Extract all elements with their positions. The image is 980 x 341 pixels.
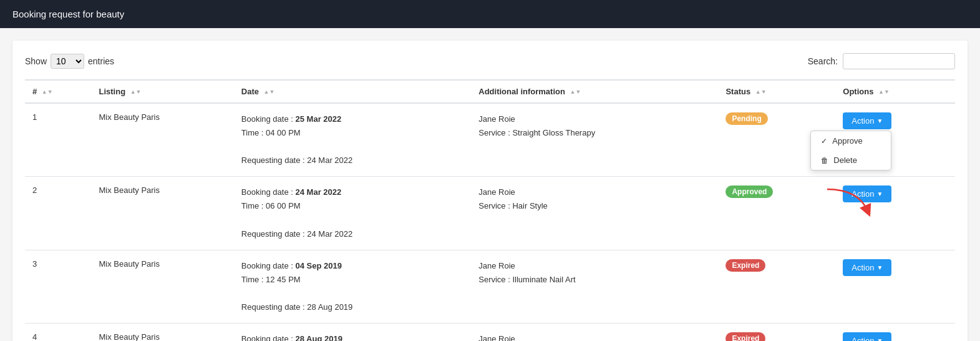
action-button[interactable]: Action ▼ (843, 259, 891, 276)
bookings-table: # ▲▼ Listing ▲▼ Date ▲▼ Additional infor… (25, 79, 955, 341)
status-badge: Expired (725, 259, 765, 272)
show-entries: Show 10 25 50 100 entries (25, 54, 114, 69)
caret-icon: ▼ (876, 337, 883, 341)
table-row: 1Mix Beauty Paris Booking date : 25 Mar … (25, 103, 955, 177)
status-badge: Pending (725, 112, 767, 125)
approve-menu-item[interactable]: ✓ Approve (811, 131, 891, 151)
cell-date: Booking date : 24 Mar 2022 Time : 06 00 … (234, 177, 471, 250)
cell-id: 1 (25, 103, 91, 177)
entries-label: entries (88, 56, 114, 66)
delete-icon: 🗑 (821, 156, 828, 165)
col-options: Options ▲▼ (835, 80, 955, 103)
page-content: Show 10 25 50 100 entries Search: # ▲▼ L… (12, 41, 968, 341)
cell-date: Booking date : 04 Sep 2019 Time : 12 45 … (234, 250, 471, 323)
caret-icon: ▼ (876, 190, 883, 197)
caret-icon: ▼ (876, 264, 883, 271)
sort-icon-options[interactable]: ▲▼ (878, 89, 890, 96)
caret-icon: ▼ (876, 117, 883, 124)
status-badge: Approved (725, 185, 773, 198)
cell-additional-info: Jane RoieService : Hair Style (471, 177, 718, 250)
table-body: 1Mix Beauty Paris Booking date : 25 Mar … (25, 103, 955, 341)
cell-status: Expired (718, 324, 835, 341)
action-button[interactable]: Action ▼ (843, 185, 891, 202)
cell-additional-info: Jane RoieService : Straight Gloss Therap… (471, 103, 718, 177)
action-button[interactable]: Action ▼ (843, 332, 891, 341)
dropdown-menu: ✓ Approve🗑 Delete (810, 131, 891, 170)
sort-icon-date[interactable]: ▲▼ (264, 89, 275, 96)
table-row: 2Mix Beauty Paris Booking date : 24 Mar … (25, 177, 955, 250)
delete-menu-item[interactable]: 🗑 Delete (811, 151, 891, 170)
show-label: Show (25, 56, 47, 66)
table-controls: Show 10 25 50 100 entries Search: (25, 53, 955, 69)
cell-date: Booking date : 25 Mar 2022 Time : 04 00 … (234, 103, 471, 177)
col-listing: Listing ▲▼ (91, 80, 233, 103)
search-input[interactable] (843, 53, 955, 69)
cell-options: Action ▼ (835, 324, 955, 341)
dropdown-container: Action ▼✓ Approve🗑 Delete (843, 112, 891, 129)
cell-id: 2 (25, 177, 91, 250)
cell-options: Action ▼✓ Approve🗑 Delete (835, 103, 955, 177)
cell-listing: Mix Beauty Paris (91, 250, 233, 323)
dropdown-container: Action ▼ (843, 185, 891, 202)
col-additional: Additional information ▲▼ (471, 80, 718, 103)
col-date: Date ▲▼ (234, 80, 471, 103)
dropdown-container: Action ▼ (843, 332, 891, 341)
cell-options: Action ▼ (835, 177, 955, 250)
search-box: Search: (808, 53, 955, 69)
cell-status: Expired (718, 250, 835, 323)
cell-listing: Mix Beauty Paris (91, 324, 233, 341)
dropdown-container: Action ▼ (843, 259, 891, 276)
approve-icon: ✓ (821, 137, 827, 146)
top-bar: Booking request for beauty (0, 0, 980, 28)
cell-id: 3 (25, 250, 91, 323)
sort-icon-status[interactable]: ▲▼ (755, 89, 767, 96)
table-row: 3Mix Beauty Paris Booking date : 04 Sep … (25, 250, 955, 323)
cell-listing: Mix Beauty Paris (91, 103, 233, 177)
cell-options: Action ▼ (835, 250, 955, 323)
table-row: 4Mix Beauty Paris Booking date : 28 Aug … (25, 324, 955, 341)
cell-additional-info: Jane RoieService : Illuminate Nail Art (471, 250, 718, 323)
entries-select[interactable]: 10 25 50 100 (51, 54, 84, 69)
cell-additional-info: Jane RoieService : Lip CareNote : i need… (471, 324, 718, 341)
col-id: # ▲▼ (25, 80, 91, 103)
cell-date: Booking date : 28 Aug 2019 Time : 02 00 … (234, 324, 471, 341)
page-title: Booking request for beauty (12, 9, 124, 19)
action-button[interactable]: Action ▼ (843, 112, 891, 129)
cell-id: 4 (25, 324, 91, 341)
cell-status: Approved (718, 177, 835, 250)
table-header-row: # ▲▼ Listing ▲▼ Date ▲▼ Additional infor… (25, 80, 955, 103)
col-status: Status ▲▼ (718, 80, 835, 103)
sort-icon-additional[interactable]: ▲▼ (570, 89, 581, 96)
sort-icon-id[interactable]: ▲▼ (42, 89, 53, 96)
search-label: Search: (808, 56, 838, 66)
status-badge: Expired (725, 332, 765, 341)
sort-icon-listing[interactable]: ▲▼ (130, 89, 142, 96)
cell-listing: Mix Beauty Paris (91, 177, 233, 250)
